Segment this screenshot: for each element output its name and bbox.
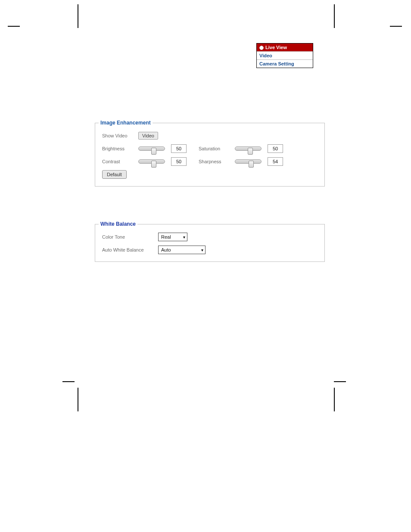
auto-white-balance-label: Auto White Balance	[102, 247, 158, 252]
show-video-label: Show Video	[102, 133, 138, 138]
bullet-icon	[259, 46, 264, 50]
nav-label: Video	[259, 53, 272, 58]
show-video-row: Show Video Video	[102, 129, 318, 142]
brightness-saturation-row: Brightness 50 Saturation 50	[102, 142, 318, 155]
color-tone-row: Color Tone Real ▾	[102, 230, 318, 243]
nav-label: Live View	[265, 45, 287, 50]
sharpness-slider[interactable]	[235, 159, 262, 164]
nav-live-view[interactable]: Live View	[257, 44, 313, 51]
nav-label: Camera Setting	[259, 61, 294, 66]
default-row: Default	[102, 168, 318, 181]
slider-thumb-icon	[151, 161, 156, 168]
contrast-value[interactable]: 50	[171, 157, 187, 166]
brightness-value[interactable]: 50	[171, 144, 187, 153]
crop-mark	[78, 4, 78, 28]
crop-mark	[8, 26, 20, 27]
white-balance-group: White Balance Color Tone Real ▾ Auto Whi…	[95, 224, 325, 262]
saturation-slider[interactable]	[235, 146, 262, 151]
group-legend: Image Enhancement	[99, 120, 153, 126]
nav-video[interactable]: Video	[257, 51, 313, 59]
chevron-down-icon: ▾	[183, 235, 185, 240]
brightness-label: Brightness	[102, 146, 138, 151]
auto-white-balance-select[interactable]: Auto ▾	[158, 246, 206, 254]
select-value: Real	[161, 234, 171, 240]
auto-white-balance-row: Auto White Balance Auto ▾	[102, 243, 318, 256]
group-legend: White Balance	[99, 221, 137, 227]
contrast-slider[interactable]	[138, 159, 165, 164]
default-button[interactable]: Default	[102, 170, 127, 179]
contrast-sharpness-row: Contrast 50 Sharpness 54	[102, 155, 318, 168]
contrast-label: Contrast	[102, 159, 138, 164]
image-enhancement-group: Image Enhancement Show Video Video Brigh…	[95, 123, 325, 187]
video-button[interactable]: Video	[138, 132, 158, 140]
brightness-slider[interactable]	[138, 146, 165, 151]
slider-thumb-icon	[248, 148, 253, 155]
slider-thumb-icon	[249, 161, 254, 168]
nav-camera-setting[interactable]: Camera Setting	[257, 59, 313, 68]
sharpness-value[interactable]: 54	[268, 157, 283, 166]
select-value: Auto	[161, 247, 171, 252]
chevron-down-icon: ▾	[201, 248, 203, 252]
saturation-label: Saturation	[199, 146, 235, 151]
color-tone-label: Color Tone	[102, 234, 158, 240]
crop-mark	[390, 26, 402, 27]
nav-box: Live View Video Camera Setting	[256, 43, 313, 68]
sharpness-label: Sharpness	[199, 159, 235, 164]
crop-mark	[62, 381, 75, 382]
color-tone-select[interactable]: Real ▾	[158, 233, 187, 241]
crop-mark	[78, 388, 78, 411]
crop-mark	[334, 388, 335, 411]
crop-mark	[334, 4, 335, 28]
saturation-value[interactable]: 50	[268, 144, 283, 153]
crop-mark	[334, 381, 346, 382]
slider-thumb-icon	[151, 148, 156, 155]
